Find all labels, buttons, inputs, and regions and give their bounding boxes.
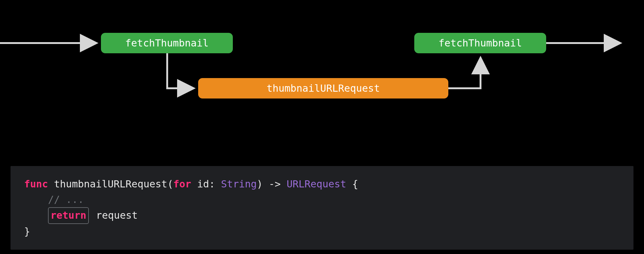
code-text: thumbnailURLRequest( <box>48 178 173 190</box>
keyword-for: for <box>173 178 191 190</box>
code-line-4: } <box>24 224 620 239</box>
type-urlrequest: URLRequest <box>287 178 346 190</box>
diagram-area: fetchThumbnail thumbnailURLRequest fetch… <box>0 0 644 124</box>
code-text: { <box>346 178 358 190</box>
code-indent <box>24 194 48 205</box>
arrow-middle-to-right <box>448 58 481 88</box>
node-label: thumbnailURLRequest <box>267 82 380 94</box>
code-line-2: // ... <box>24 192 620 208</box>
keyword-func: func <box>24 178 48 190</box>
code-text: request <box>90 209 138 221</box>
node-label: fetchThumbnail <box>438 37 522 49</box>
return-highlight-box: return <box>48 207 89 224</box>
keyword-return: return <box>50 209 86 221</box>
code-text: id: <box>191 178 221 190</box>
node-fetch-thumbnail-1: fetchThumbnail <box>101 33 233 53</box>
code-text: } <box>24 226 30 237</box>
node-thumbnail-url-request: thumbnailURLRequest <box>198 78 448 99</box>
node-fetch-thumbnail-2: fetchThumbnail <box>414 33 546 53</box>
code-indent <box>24 209 48 221</box>
code-comment: // ... <box>48 194 84 205</box>
code-line-3: return request <box>24 207 620 224</box>
code-block: func thumbnailURLRequest(for id: String)… <box>11 166 633 250</box>
type-string: String <box>221 178 257 190</box>
arrow-left-to-middle <box>167 53 194 88</box>
code-line-1: func thumbnailURLRequest(for id: String)… <box>24 177 620 192</box>
code-text: ) -> <box>257 178 286 190</box>
node-label: fetchThumbnail <box>125 37 209 49</box>
diagram-arrows <box>0 0 644 124</box>
